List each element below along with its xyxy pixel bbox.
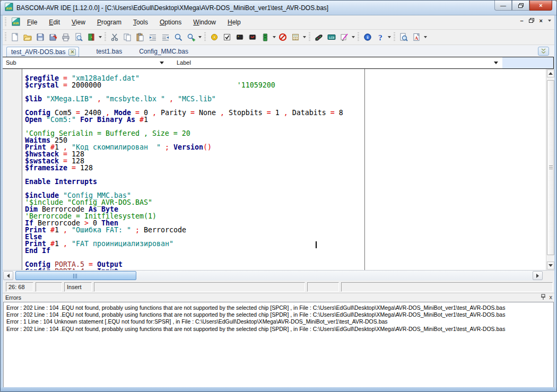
- vertical-scroll-thumb[interactable]: [547, 80, 554, 255]
- errors-close-button[interactable]: x: [550, 294, 553, 300]
- tab-test1.bas[interactable]: test1.bas: [96, 48, 122, 57]
- toolbar-grip[interactable]: [358, 32, 359, 42]
- vertical-scrollbar[interactable]: [546, 69, 554, 270]
- find-in-files-icon: [399, 33, 408, 41]
- indent-button[interactable]: [146, 31, 159, 43]
- tab-list-button[interactable]: [538, 47, 549, 56]
- secondary-pane[interactable]: [365, 69, 546, 270]
- find-in-files-button[interactable]: [397, 31, 410, 43]
- graphics-editor-button[interactable]: [338, 31, 351, 43]
- lcd-display-button[interactable]: LCD: [325, 31, 338, 43]
- menu-options[interactable]: Options: [156, 17, 185, 28]
- tab-label: test_AVR-DOS.bas: [11, 48, 65, 56]
- code-line: End If: [25, 247, 364, 254]
- save-button[interactable]: [34, 31, 47, 43]
- dropdown-caret[interactable]: [272, 31, 276, 43]
- tab-Config_MMC.bas[interactable]: Config_MMC.bas: [139, 48, 188, 57]
- compile-icon: [210, 33, 219, 41]
- tab-test_AVR-DOS.bas[interactable]: test_AVR-DOS.bas✕: [6, 47, 79, 57]
- menu-tools[interactable]: Tools: [129, 17, 152, 28]
- menu-file[interactable]: File: [23, 17, 41, 28]
- dropdown-caret[interactable]: [302, 31, 307, 43]
- thumb-grip-icon: [73, 274, 78, 278]
- menu-items: FileEditViewProgramToolsOptionsWindowHel…: [23, 17, 249, 28]
- cut-icon: [110, 33, 119, 41]
- editor-area: $regfile = "xm128a1def.dat"$crystal = 20…: [3, 69, 554, 270]
- print-button[interactable]: [59, 31, 72, 43]
- program-chip-button[interactable]: [233, 31, 246, 43]
- scroll-left-button[interactable]: [3, 271, 13, 280]
- code-line: $framesize = 128: [25, 164, 364, 171]
- scroll-right-button[interactable]: [533, 271, 543, 280]
- code-line: 'Config Serialin = Buffered , Size = 20: [25, 130, 364, 137]
- stop-button[interactable]: [276, 31, 289, 43]
- copy-button[interactable]: [121, 31, 134, 43]
- info-button[interactable]: i: [361, 31, 374, 43]
- toolbar-grip[interactable]: [105, 32, 106, 42]
- dropdown-caret[interactable]: [351, 31, 355, 43]
- menu-help[interactable]: Help: [224, 17, 245, 28]
- scrollbar-corner: [543, 271, 554, 281]
- find-next-button[interactable]: [185, 31, 197, 43]
- horizontal-scroll-thumb[interactable]: [15, 271, 136, 280]
- scroll-down-button[interactable]: [547, 262, 554, 269]
- window-close-button[interactable]: ×: [529, 1, 552, 11]
- menu-window[interactable]: Window: [189, 17, 220, 28]
- code-pane[interactable]: $regfile = "xm128a1def.dat"$crystal = 20…: [23, 69, 364, 270]
- error-row[interactable]: Error : 202 Line : 104 .EQU not found, p…: [6, 304, 553, 311]
- menu-program[interactable]: Program: [93, 17, 125, 28]
- program-chip-manual-button[interactable]: [246, 31, 259, 43]
- sub-combobox-arrow-icon[interactable]: [160, 62, 164, 64]
- child-minimize-button[interactable]: –: [520, 18, 523, 24]
- syntax-check-button[interactable]: [221, 31, 233, 43]
- menubar: AVR FileEditViewProgramToolsOptionsWindo…: [3, 15, 554, 30]
- save-as-button[interactable]: [47, 31, 59, 43]
- cut-button[interactable]: [108, 31, 121, 43]
- calculator-button[interactable]: [289, 31, 302, 43]
- simulator-button[interactable]: [259, 31, 272, 43]
- tab-close-button[interactable]: ✕: [68, 49, 76, 56]
- open-file-button[interactable]: [21, 31, 34, 43]
- new-file-button[interactable]: [8, 31, 21, 43]
- toolbar: LCDi?A: [3, 30, 554, 45]
- window-restore-button[interactable]: [512, 1, 529, 11]
- find-button[interactable]: [172, 31, 185, 43]
- dropdown-caret[interactable]: [98, 31, 102, 43]
- errors-panel-header[interactable]: Errors x: [3, 293, 554, 302]
- error-row[interactable]: Error : 1 Line : 104 Unknown statement […: [6, 318, 553, 325]
- horizontal-scrollbar[interactable]: [3, 270, 554, 281]
- toolbar-grip[interactable]: [5, 32, 6, 42]
- child-restore-button[interactable]: [529, 18, 534, 24]
- toolbar-grip[interactable]: [394, 32, 395, 42]
- errors-list[interactable]: Error : 202 Line : 104 .EQU not found, p…: [3, 302, 554, 388]
- text-cursor: [316, 241, 317, 248]
- exit-button[interactable]: [85, 31, 98, 43]
- dropdown-caret[interactable]: [197, 31, 202, 43]
- scroll-up-button[interactable]: [547, 69, 554, 77]
- compile-button[interactable]: [208, 31, 221, 43]
- pdf-report-button[interactable]: A: [410, 31, 423, 43]
- status-panel: [341, 282, 553, 292]
- unindent-button[interactable]: [159, 31, 172, 43]
- help-button[interactable]: ?: [374, 31, 387, 43]
- label-combobox-arrow-icon[interactable]: [494, 62, 498, 64]
- toolbar-grip[interactable]: [309, 32, 310, 42]
- dropdown-caret[interactable]: [423, 31, 428, 43]
- paste-button[interactable]: [134, 31, 146, 43]
- window-minimize-button[interactable]: —: [494, 1, 512, 11]
- pin-icon[interactable]: [541, 294, 546, 300]
- toolbar-grip[interactable]: [204, 32, 206, 42]
- menu-view[interactable]: View: [68, 17, 89, 28]
- programmer-button[interactable]: [312, 31, 325, 43]
- error-row[interactable]: Error : 202 Line : 104 .EQU not found, p…: [6, 311, 553, 318]
- print-preview-button[interactable]: [72, 31, 85, 43]
- menu-edit[interactable]: Edit: [45, 17, 64, 28]
- titlebar[interactable]: AVR BASCOM-AVR IDE [1.12.0.0] - [C:\User…: [1, 1, 556, 15]
- menubar-grip[interactable]: [5, 18, 6, 27]
- indent-icon: [149, 33, 157, 41]
- error-row[interactable]: Error : 202 Line : 104 .EQU not found, p…: [6, 326, 553, 333]
- child-close-button[interactable]: ×: [539, 18, 543, 24]
- code-line: $crystal = 2000000 '11059200: [25, 82, 364, 89]
- dropdown-caret[interactable]: [387, 31, 391, 43]
- toolbar-options-caret[interactable]: [548, 20, 551, 22]
